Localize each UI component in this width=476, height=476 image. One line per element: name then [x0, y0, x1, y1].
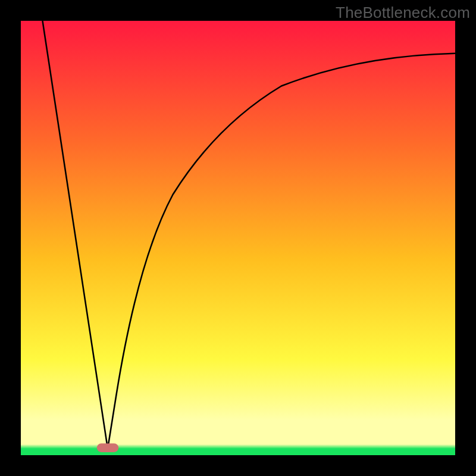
- minimum-marker: [97, 443, 119, 452]
- watermark-text: TheBottleneck.com: [336, 4, 470, 22]
- chart-frame: TheBottleneck.com: [0, 0, 476, 476]
- bottleneck-chart: [21, 21, 455, 455]
- plot-background: [21, 21, 455, 455]
